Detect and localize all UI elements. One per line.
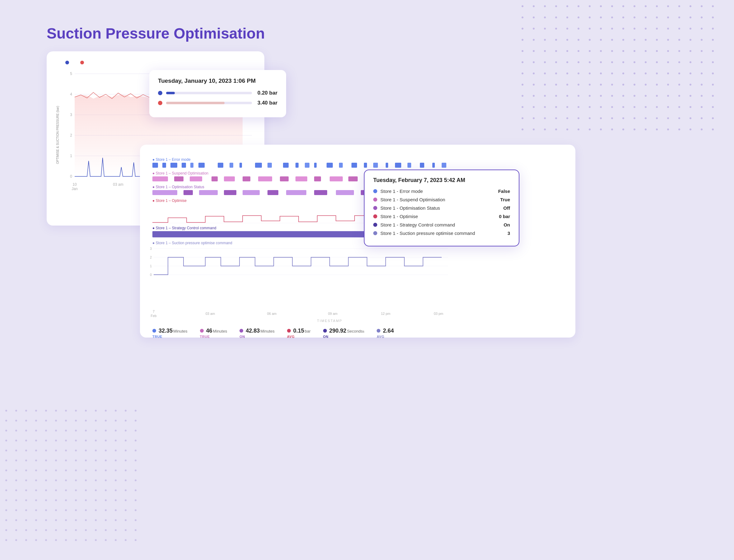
svg-text:12 pm: 12 pm [381,312,390,315]
svg-text:0: 0 [70,174,72,179]
svg-text:06 am: 06 am [267,312,277,315]
stat-value-5: 290.92 Secondss [323,328,365,334]
tooltip2-value-1: False [498,189,510,194]
stat-label-2: TRUE [200,335,210,338]
tooltip2-left-1: Store 1 - Error mode [373,189,423,194]
svg-text:● Store 1 – Strategy Control c: ● Store 1 – Strategy Control command [152,226,216,230]
stat-label-6: AVG [376,335,384,338]
tooltip1-title: Tuesday, January 10, 2023 1:06 PM [158,77,278,84]
svg-rect-37 [373,163,378,168]
tooltip2-label-5: Store 1 - Strategy Control command [380,222,455,227]
tooltip2-label-3: Store 1 - Optimisation Status [380,205,440,211]
svg-rect-39 [395,163,401,168]
tooltip2-value-4: 0 bar [499,214,510,219]
tooltip2-row-6: Store 1 - Suction pressure optimise comm… [373,231,510,236]
svg-text:09 am: 09 am [328,312,338,315]
svg-text:3: 3 [150,247,152,250]
tooltip2-label-6: Store 1 - Suction pressure optimise comm… [380,231,475,236]
svg-rect-27 [255,163,262,168]
svg-rect-29 [283,163,289,168]
stat-value-2: 46 Minutes [200,328,227,334]
svg-text:3: 3 [70,113,72,117]
tooltip1-value-2: 3.40 bar [256,100,278,106]
tooltip1-bar-bg-1 [166,92,252,94]
svg-rect-24 [218,163,223,168]
svg-rect-66 [224,190,236,195]
svg-rect-38 [386,163,388,168]
stat-value-3: 42.83 Minutes [240,328,275,334]
svg-rect-30 [296,163,299,168]
tooltip2-dot-2 [373,198,377,202]
tooltip2-label-4: Store 1 - Optimise [380,214,418,219]
tooltip2-dot-1 [373,189,377,193]
svg-text:03 pm: 03 pm [434,312,443,315]
stat-value-4: 0.15 bar [287,328,311,334]
tooltip2-row-3: Store 1 - Optimisation Status Off [373,205,510,211]
svg-text:Jan: Jan [72,187,77,191]
svg-rect-53 [296,176,307,181]
svg-text:2: 2 [150,256,152,259]
legend-dot-blue [65,61,69,64]
svg-rect-18 [152,163,158,168]
svg-rect-64 [184,190,193,195]
svg-rect-71 [336,190,354,195]
svg-rect-34 [339,163,343,168]
svg-rect-42 [432,163,435,168]
svg-rect-67 [243,190,260,195]
stat-item-5: 290.92 Secondss ON [323,328,365,338]
stat-value-6: 2.64 [376,328,394,334]
svg-rect-19 [162,163,166,168]
svg-rect-52 [280,176,289,181]
tooltip2-left-5: Store 1 - Strategy Control command [373,222,455,227]
tooltip-card-2: Tuesday, February 7, 2023 5:42 AM Store … [364,170,519,246]
svg-text:Feb: Feb [151,314,157,318]
svg-rect-56 [348,176,358,181]
svg-rect-41 [420,163,424,168]
svg-text:0: 0 [150,273,152,277]
stat-item-2: 46 Minutes TRUE [200,328,227,338]
svg-text:● Store 1 – Suction pressure o: ● Store 1 – Suction pressure optimise co… [152,241,232,245]
stat-item-1: 32.35 Minutes TRUE [152,328,188,338]
tooltip2-value-3: Off [503,205,510,211]
svg-rect-49 [224,176,235,181]
tooltip2-left-3: Store 1 - Optimisation Status [373,205,440,211]
tooltip2-row-4: Store 1 - Optimise 0 bar [373,214,510,219]
tooltip-card-1: Tuesday, January 10, 2023 1:06 PM 0.20 b… [149,70,286,117]
tooltip2-dot-3 [373,206,377,210]
tooltip1-dot-blue [158,91,162,95]
svg-rect-35 [352,163,357,168]
svg-text:7: 7 [153,310,155,313]
svg-rect-48 [212,176,218,181]
svg-rect-63 [152,190,177,195]
tooltip1-bar-bg-2 [166,102,252,104]
tooltip1-value-1: 0.20 bar [256,90,278,96]
svg-text:2: 2 [70,133,72,138]
tooltip2-title: Tuesday, February 7, 2023 5:42 AM [373,177,510,184]
svg-rect-28 [268,163,272,168]
tooltip2-dot-6 [373,231,377,235]
stat-label-4: AVG [287,335,295,338]
svg-text:03 am: 03 am [206,312,215,315]
tooltip2-label-2: Store 1 - Suspend Optimisation [380,197,445,202]
tooltip1-bar-fill-1 [166,92,175,94]
tooltip2-left-2: Store 1 - Suspend Optimisation [373,197,445,202]
svg-rect-68 [268,190,278,195]
y-axis-label: OPTIMISE & SUCTION PRESSURE (bar) [56,68,65,203]
tooltip2-row-2: Store 1 - Suspend Optimisation True [373,197,510,202]
svg-rect-69 [286,190,306,195]
tooltip1-bar-fill-2 [166,102,225,104]
svg-text:03 am: 03 am [113,182,123,187]
tooltip2-value-6: 3 [507,231,510,236]
svg-text:● Store 1 – Suspend Optimisati: ● Store 1 – Suspend Optimisation [152,171,208,175]
svg-text:● Store 1 – Error mode: ● Store 1 – Error mode [152,157,191,162]
stat-value-1: 32.35 Minutes [152,328,188,334]
tooltip2-dot-4 [373,214,377,218]
tooltip2-label-1: Store 1 - Error mode [380,189,423,194]
tooltip2-row-5: Store 1 - Strategy Control command On [373,222,510,227]
svg-rect-46 [174,176,184,181]
stats-row: 32.35 Minutes TRUE 46 Minutes TRUE [149,328,566,338]
stat-label-1: TRUE [152,335,162,338]
svg-text:1: 1 [70,154,72,158]
tooltip1-dot-red [158,101,162,105]
svg-rect-21 [182,163,186,168]
